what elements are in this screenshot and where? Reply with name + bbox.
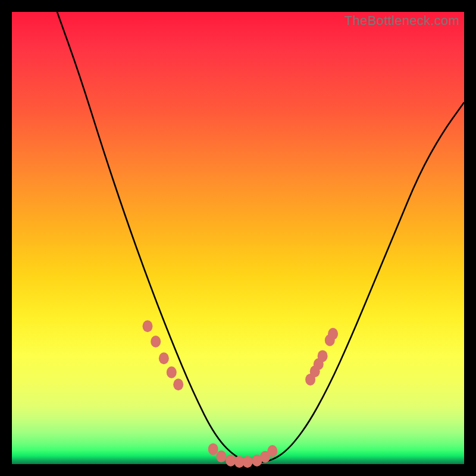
curve-marker xyxy=(159,352,169,364)
chart-frame: TheBottleneck.com xyxy=(12,12,464,464)
curve-marker xyxy=(226,455,236,466)
curve-marker xyxy=(328,328,338,340)
curve-marker xyxy=(267,445,277,457)
curve-marker xyxy=(167,367,177,378)
curve-marker xyxy=(208,443,218,455)
bottleneck-curve xyxy=(12,12,464,464)
curve-marker xyxy=(318,350,328,362)
curve-marker xyxy=(151,336,161,347)
curve-marker xyxy=(173,378,183,390)
curve-line xyxy=(57,12,464,462)
curve-marker xyxy=(216,450,226,462)
curve-marker xyxy=(143,320,153,332)
curve-marker xyxy=(243,456,253,468)
